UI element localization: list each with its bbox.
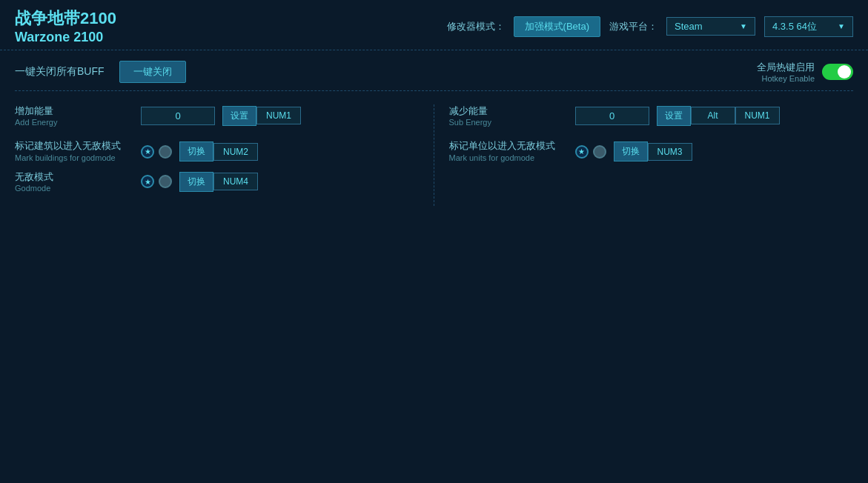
add-energy-row: 增加能量 Add Energy 设置 NUM1 [15, 104, 419, 127]
sub-energy-row: 减少能量 Sub Energy 设置 Alt NUM1 [449, 104, 854, 127]
title-cn: 战争地带2100 [15, 7, 116, 30]
one-key-button[interactable]: 一键关闭 [119, 61, 186, 83]
add-energy-label-block: 增加能量 Add Energy [15, 104, 133, 127]
sub-energy-cn: 减少能量 [449, 104, 568, 118]
version-value: 4.3.5 64位 [772, 20, 817, 33]
mark-units-star-icon[interactable]: ★ [575, 145, 589, 159]
title-block: 战争地带2100 Warzone 2100 [15, 7, 116, 45]
godmode-key-badge: NUM4 [213, 173, 258, 190]
sub-energy-set-button[interactable]: 设置 [657, 106, 691, 126]
hotkey-en-label: Hotkey Enable [761, 74, 815, 83]
add-energy-set-button[interactable]: 设置 [222, 106, 256, 126]
platform-select[interactable]: Steam ▼ [666, 17, 755, 36]
app-header: 战争地带2100 Warzone 2100 修改器模式： 加强模式(Beta) … [0, 0, 868, 50]
header-right: 修改器模式： 加强模式(Beta) 游戏平台： Steam ▼ 4.3.5 64… [447, 16, 853, 37]
mark-buildings-key-badge: NUM2 [213, 143, 258, 161]
mark-buildings-row: 标记建筑以进入无敌模式 Mark buildings for godmode ★… [15, 140, 419, 163]
godmode-dot-icon[interactable] [159, 175, 172, 188]
sub-energy-en: Sub Energy [449, 118, 568, 127]
sub-energy-key-group: 设置 Alt NUM1 [657, 106, 780, 126]
hotkey-toggle[interactable] [822, 64, 853, 80]
godmode-row: 无敌模式 Godmode ★ 切换 NUM4 [15, 170, 419, 193]
mark-buildings-en: Mark buildings for godmode [15, 153, 133, 163]
mark-buildings-icons: ★ [141, 145, 172, 159]
mark-buildings-dot-icon[interactable] [159, 145, 172, 159]
mark-units-label-block: 标记单位以进入无敌模式 Mark units for godmode [449, 140, 568, 163]
right-column: 减少能量 Sub Energy 设置 Alt NUM1 标记单位以进入无敌模式 … [434, 104, 854, 206]
mark-units-key-group: 切换 NUM3 [614, 141, 692, 161]
add-energy-key-badge: NUM1 [256, 107, 301, 124]
hotkey-cn-label: 全局热键启用 [757, 61, 815, 74]
mark-buildings-label-block: 标记建筑以进入无敌模式 Mark buildings for godmode [15, 140, 133, 163]
platform-chevron-icon: ▼ [740, 22, 747, 30]
hotkey-label-block: 全局热键启用 Hotkey Enable [757, 61, 815, 83]
godmode-toggle-button[interactable]: 切换 [179, 172, 213, 192]
sub-energy-label-block: 减少能量 Sub Energy [449, 104, 568, 127]
mark-buildings-key-group: 切换 NUM2 [179, 141, 258, 161]
sub-energy-input[interactable] [575, 107, 649, 125]
mark-units-dot-icon[interactable] [593, 145, 606, 159]
title-en: Warzone 2100 [15, 30, 116, 45]
left-column: 增加能量 Add Energy 设置 NUM1 标记建筑以进入无敌模式 Mark… [15, 104, 434, 206]
top-bar-right: 全局热键启用 Hotkey Enable [757, 61, 853, 83]
one-key-label: 一键关闭所有BUFF [15, 65, 105, 79]
mark-units-cn: 标记单位以进入无敌模式 [449, 140, 568, 153]
godmode-cn: 无敌模式 [15, 170, 133, 184]
godmode-icons: ★ [141, 175, 172, 188]
mark-buildings-star-icon[interactable]: ★ [141, 145, 154, 159]
platform-value: Steam [675, 21, 703, 32]
main-content: 一键关闭所有BUFF 一键关闭 全局热键启用 Hotkey Enable 增加能… [0, 50, 868, 216]
mark-buildings-toggle-button[interactable]: 切换 [179, 141, 213, 161]
platform-label: 游戏平台： [609, 20, 657, 33]
add-energy-input[interactable] [141, 107, 215, 125]
sub-energy-alt-badge: Alt [691, 107, 735, 124]
mode-label: 修改器模式： [447, 20, 505, 33]
godmode-key-group: 切换 NUM4 [179, 172, 258, 192]
features-grid: 增加能量 Add Energy 设置 NUM1 标记建筑以进入无敌模式 Mark… [15, 104, 853, 206]
top-bar-left: 一键关闭所有BUFF 一键关闭 [15, 61, 186, 83]
godmode-label-block: 无敌模式 Godmode [15, 170, 133, 193]
top-bar: 一键关闭所有BUFF 一键关闭 全局热键启用 Hotkey Enable [15, 61, 853, 91]
mark-units-icons: ★ [575, 145, 606, 159]
mark-units-row: 标记单位以进入无敌模式 Mark units for godmode ★ 切换 … [449, 140, 854, 163]
godmode-star-icon[interactable]: ★ [141, 175, 154, 188]
add-energy-key-group: 设置 NUM1 [222, 106, 301, 126]
sub-energy-key-badge: NUM1 [735, 107, 780, 124]
version-select[interactable]: 4.3.5 64位 ▼ [764, 16, 853, 37]
mark-units-en: Mark units for godmode [449, 153, 568, 163]
mode-button[interactable]: 加强模式(Beta) [514, 16, 600, 37]
mark-buildings-cn: 标记建筑以进入无敌模式 [15, 140, 133, 153]
godmode-en: Godmode [15, 184, 133, 193]
add-energy-en: Add Energy [15, 118, 133, 127]
version-chevron-icon: ▼ [838, 22, 845, 30]
add-energy-cn: 增加能量 [15, 104, 133, 118]
mark-units-toggle-button[interactable]: 切换 [614, 141, 648, 161]
mark-units-key-badge: NUM3 [648, 143, 692, 161]
